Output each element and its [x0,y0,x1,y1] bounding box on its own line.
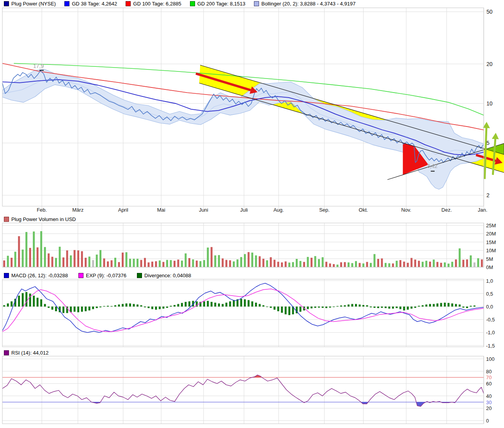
legend-item-volume: Plug Power Volumen in USD [4,216,76,222]
svg-text:20: 20 [486,405,492,411]
legend-item-exp: EXP (9): -0,07376 [78,273,126,278]
svg-text:80: 80 [486,369,492,374]
gd100-swatch-icon [126,1,131,6]
svg-text:Mai: Mai [157,207,165,213]
svg-text:Aug.: Aug. [273,207,284,213]
svg-text:0: 0 [486,418,489,424]
rsi-panel[interactable]: 1008070604030200 [2,356,495,424]
svg-text:10: 10 [486,100,493,107]
legend-item-plug-power: Plug Power (NYSE) [4,1,56,7]
svg-text:-1,0: -1,0 [486,330,495,335]
svg-text:20M: 20M [486,231,496,237]
svg-text:70: 70 [486,374,492,380]
svg-text:0M: 0M [486,264,493,270]
svg-text:30: 30 [486,399,492,405]
gd38-swatch-icon [64,1,69,6]
legend-label-macd: MACD (26, 12): -0,03288 [11,273,68,278]
svg-text:40: 40 [486,393,492,399]
svg-text:25M: 25M [486,223,496,228]
legend-item-bollinger: Bollinger (20, 2): 3,8288 - 4,3743 - 4,9… [254,1,355,7]
divergence-swatch-icon [137,273,142,278]
svg-text:100: 100 [486,356,495,362]
legend-item-divergence: Divergence: 0,04088 [137,273,191,278]
legend-item-macd: MACD (26, 12): -0,03288 [4,273,68,278]
price-legend: Plug Power (NYSE) GD 38 Tage: 4,2642 GD … [0,0,364,7]
volume-panel[interactable]: 25M20M15M10M5M0M [2,223,496,270]
svg-text:Juli: Juli [240,207,248,213]
svg-text:März: März [72,207,83,213]
legend-item-rsi: RSI (14): 44,012 [4,350,48,356]
macd-panel[interactable]: 1,00,50,0-0,5-1,0-1,5 [2,278,495,349]
macd-legend: MACD (26, 12): -0,03288 EXP (9): -0,0737… [0,272,202,278]
legend-label-rsi: RSI (14): 44,012 [11,350,48,356]
volume-legend: Plug Power Volumen in USD [0,216,84,222]
stock-chart-canvas[interactable]: 17,93,4250201052Feb.MärzAprilMaiJuniJuli… [0,0,504,428]
svg-text:10M: 10M [486,248,496,253]
legend-label-bollinger: Bollinger (20, 2): 3,8288 - 4,3743 - 4,9… [261,1,355,7]
legend-item-gd38: GD 38 Tage: 4,2642 [64,1,117,7]
rsi-swatch-icon [4,350,9,355]
svg-text:5: 5 [486,140,490,146]
svg-text:0,0: 0,0 [486,304,493,310]
macd-swatch-icon [4,273,9,278]
legend-label-gd200: GD 200 Tage: 8,1513 [197,1,245,7]
svg-text:Okt.: Okt. [359,207,368,213]
rsi-legend: RSI (14): 44,012 [0,350,57,356]
svg-text:0,5: 0,5 [486,291,493,297]
svg-text:5M: 5M [486,256,493,262]
svg-text:20: 20 [486,61,493,67]
svg-text:Dez.: Dez. [442,207,452,213]
svg-text:-0,5: -0,5 [486,317,495,323]
svg-text:60: 60 [486,381,492,387]
price-panel[interactable]: 17,93,4250201052Feb.MärzAprilMaiJuniJuli… [2,8,504,213]
svg-text:2: 2 [486,192,490,198]
svg-text:Feb.: Feb. [37,207,47,213]
svg-text:Sep.: Sep. [319,207,330,213]
svg-text:17,9: 17,9 [33,63,44,69]
svg-text:15M: 15M [486,239,496,245]
plug-power-swatch-icon [4,1,9,6]
volume-swatch-icon [4,217,9,222]
legend-label-divergence: Divergence: 0,04088 [144,273,191,278]
legend-label-gd38: GD 38 Tage: 4,2642 [72,1,117,7]
svg-text:1,0: 1,0 [486,278,493,284]
svg-text:Juni: Juni [199,207,208,213]
legend-label-gd100: GD 100 Tage: 6,2885 [133,1,181,7]
gd200-swatch-icon [190,1,195,6]
legend-label-plug-power: Plug Power (NYSE) [11,1,56,7]
svg-text:-1,5: -1,5 [486,343,495,349]
legend-label-exp: EXP (9): -0,07376 [86,273,126,278]
svg-text:Jan.: Jan. [478,207,488,213]
svg-text:Nov.: Nov. [401,207,411,213]
bollinger-swatch-icon [254,1,259,6]
svg-text:3,42: 3,42 [427,163,437,169]
legend-label-volume: Plug Power Volumen in USD [11,216,76,222]
legend-item-gd200: GD 200 Tage: 8,1513 [190,1,245,7]
svg-text:April: April [118,207,128,213]
legend-item-gd100: GD 100 Tage: 6,2885 [126,1,181,7]
exp-swatch-icon [78,273,83,278]
svg-text:50: 50 [486,9,493,15]
